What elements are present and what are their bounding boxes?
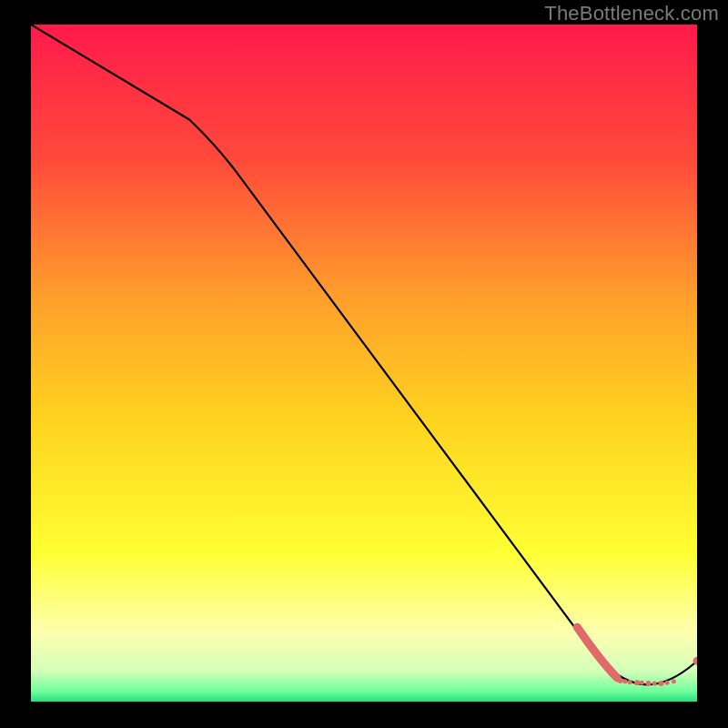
marker-dot <box>622 679 627 683</box>
watermark-text: TheBottleneck.com <box>544 2 719 25</box>
marker-dot <box>646 681 652 686</box>
marker-dot <box>634 680 640 685</box>
chart-frame: TheBottleneck.com <box>0 0 728 728</box>
marker-dot <box>658 681 663 686</box>
marker-dot <box>672 679 676 683</box>
marker-dot <box>640 681 644 685</box>
gradient-background <box>31 25 697 702</box>
chart-svg <box>31 25 697 702</box>
marker-dot <box>652 681 657 685</box>
plot-area <box>31 25 697 702</box>
marker-dot <box>665 681 670 685</box>
marker-dot <box>618 678 623 683</box>
marker-dot <box>628 680 632 684</box>
